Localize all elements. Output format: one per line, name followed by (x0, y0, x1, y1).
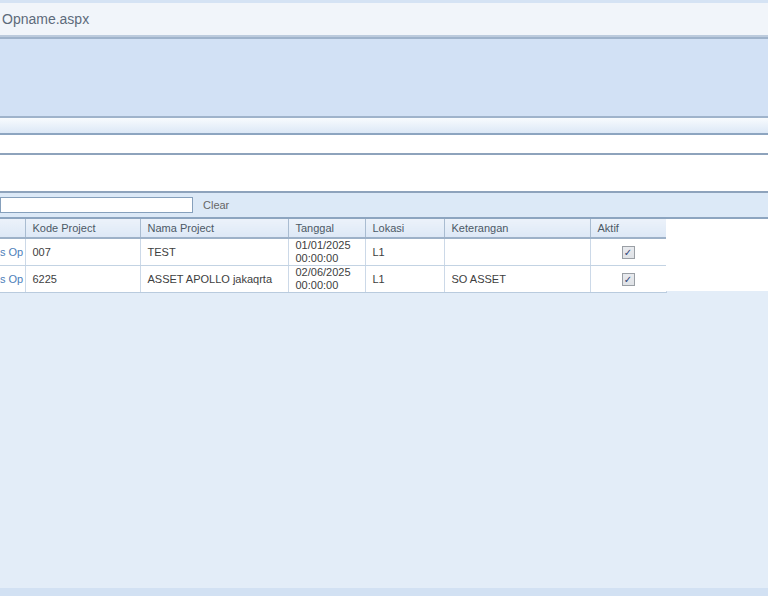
column-header-keterangan: Keterangan (444, 219, 590, 238)
row-action-cell: s Op (0, 238, 25, 266)
table-right-filler (666, 219, 768, 291)
checkbox-checked-icon[interactable]: ✓ (622, 273, 635, 286)
projects-table-zone: Kode Project Nama Project Tanggal Lokasi… (0, 219, 768, 293)
kode-project-cell: 007 (25, 238, 140, 266)
keterangan-cell (444, 238, 590, 266)
projects-table: Kode Project Nama Project Tanggal Lokasi… (0, 219, 667, 293)
tanggal-cell: 01/01/2025 00:00:00 (288, 238, 365, 266)
lokasi-cell: L1 (365, 266, 444, 293)
aktif-cell: ✓ (590, 266, 666, 293)
tab-title[interactable]: Opname.aspx (0, 11, 89, 27)
column-header-aktif: Aktif (590, 219, 666, 238)
table-row: s Op 007 TEST 01/01/2025 00:00:00 L1 ✓ (0, 238, 666, 266)
search-bar: Clear (0, 193, 768, 219)
page-background (0, 307, 768, 588)
tanggal-time: 00:00:00 (296, 252, 365, 265)
column-header-lokasi: Lokasi (365, 219, 444, 238)
tanggal-cell: 02/06/2025 00:00:00 (288, 266, 365, 293)
menu-toolbar-band (0, 118, 768, 135)
aktif-cell: ✓ (590, 238, 666, 266)
nama-project-cell: TEST (140, 238, 288, 266)
column-header-kode-project: Kode Project (25, 219, 140, 238)
table-row: s Op 6225 ASSET APOLLO jakaqrta 02/06/20… (0, 266, 666, 293)
row-action-cell: s Op (0, 266, 25, 293)
tanggal-time: 00:00:00 (296, 279, 365, 292)
content-band-lower (0, 155, 768, 193)
row-action-link[interactable]: s Op (0, 273, 23, 285)
bottom-edge-strip (0, 588, 768, 596)
nama-project-cell: ASSET APOLLO jakaqrta (140, 266, 288, 293)
tanggal-date: 02/06/2025 (296, 266, 365, 279)
keterangan-cell: SO ASSET (444, 266, 590, 293)
column-header-action (0, 219, 25, 238)
lokasi-cell: L1 (365, 238, 444, 266)
column-header-nama-project: Nama Project (140, 219, 288, 238)
column-header-tanggal: Tanggal (288, 219, 365, 238)
search-input[interactable] (0, 197, 193, 213)
banner-panel (0, 39, 768, 118)
content-band-upper (0, 135, 768, 155)
table-header-row: Kode Project Nama Project Tanggal Lokasi… (0, 219, 666, 238)
kode-project-cell: 6225 (25, 266, 140, 293)
row-action-link[interactable]: s Op (0, 246, 23, 258)
checkbox-checked-icon[interactable]: ✓ (622, 246, 635, 259)
clear-button[interactable]: Clear (203, 199, 229, 211)
browser-tab-bar: Opname.aspx (0, 3, 768, 37)
tanggal-date: 01/01/2025 (296, 239, 365, 252)
